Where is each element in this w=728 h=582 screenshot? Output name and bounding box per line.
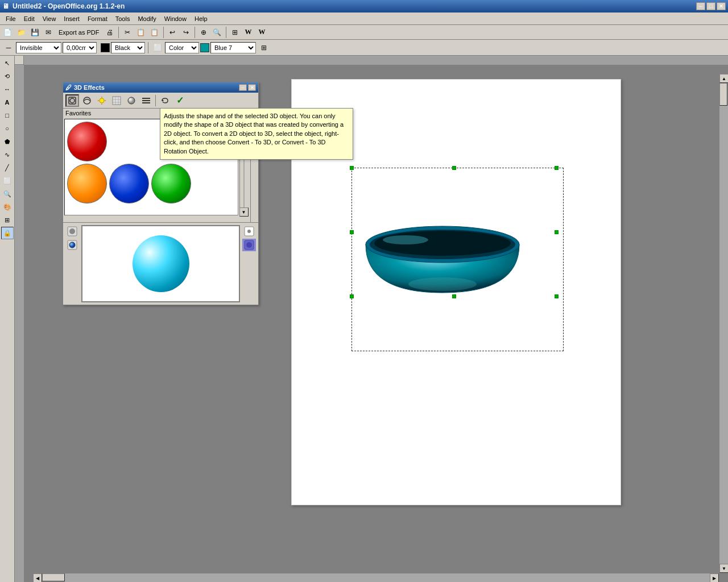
- vscroll-track[interactable]: [719, 83, 728, 564]
- line-width-select[interactable]: 0,00cm: [63, 42, 97, 53]
- scroll-down-button[interactable]: ▼: [239, 207, 249, 217]
- preview-btn1[interactable]: [65, 225, 79, 238]
- hscroll-thumb[interactable]: [42, 573, 65, 581]
- copy-button[interactable]: 📋: [135, 26, 147, 39]
- line-tool[interactable]: ╱: [1, 161, 14, 174]
- line-color-select[interactable]: Black: [111, 42, 145, 53]
- new-button[interactable]: 📄: [1, 26, 14, 39]
- handle-br[interactable]: [555, 294, 559, 298]
- svg-point-99: [69, 242, 75, 248]
- geometry-tab[interactable]: [65, 94, 79, 107]
- handle-tm[interactable]: [452, 166, 456, 170]
- app-icon: 🖥: [2, 2, 9, 10]
- vscroll-up-button[interactable]: ▲: [719, 74, 728, 83]
- 3d-effects-panel: 🖊 3D Effects ─ ✕: [63, 82, 259, 305]
- menu-modify[interactable]: Modify: [134, 14, 159, 23]
- handle-ml[interactable]: [350, 230, 354, 234]
- line-style-icon[interactable]: ─: [2, 41, 15, 54]
- menu-tools[interactable]: Tools: [112, 14, 134, 23]
- export-pdf-button[interactable]: Export as PDF: [56, 26, 102, 39]
- connector-tool[interactable]: ⬜: [1, 174, 14, 187]
- print-button[interactable]: 🖨: [104, 26, 116, 39]
- open-button[interactable]: 📁: [15, 26, 27, 39]
- redo-button[interactable]: ↪: [180, 26, 192, 39]
- table-tool[interactable]: ⊞: [1, 214, 14, 226]
- curve-tool[interactable]: ∿: [1, 148, 14, 161]
- ellipse-tool[interactable]: ○: [1, 122, 14, 135]
- zoom-in-button[interactable]: ⊕: [197, 26, 210, 39]
- menu-view[interactable]: View: [39, 14, 60, 23]
- green-sphere[interactable]: [151, 164, 191, 203]
- handle-bl[interactable]: [350, 294, 354, 298]
- menu-edit[interactable]: Edit: [20, 14, 38, 23]
- textures-tab[interactable]: [110, 94, 123, 107]
- drawing-canvas[interactable]: 🖊 3D Effects ─ ✕: [24, 65, 728, 582]
- blue-sphere[interactable]: [109, 164, 149, 203]
- email-button[interactable]: ✉: [42, 26, 55, 39]
- vertical-scrollbar[interactable]: ▲ ▼: [719, 74, 728, 573]
- handle-tr[interactable]: [555, 166, 559, 170]
- undo-button[interactable]: ↩: [166, 26, 179, 39]
- navigator-button[interactable]: ⊞: [229, 26, 241, 39]
- panel-title-text: 3D Effects: [74, 84, 105, 91]
- add-to-scene-button[interactable]: [242, 239, 256, 251]
- red-sphere[interactable]: [67, 122, 107, 161]
- hscroll-left-button[interactable]: ◀: [33, 573, 42, 582]
- close-button[interactable]: ✕: [717, 2, 726, 10]
- polygon-tool[interactable]: ⬟: [1, 135, 14, 148]
- cut-button[interactable]: ✂: [121, 26, 134, 39]
- hscroll-track[interactable]: [42, 573, 710, 582]
- eyedrop-tool[interactable]: 🎨: [1, 201, 14, 213]
- tb-sep3: [195, 27, 195, 38]
- zoom-select[interactable]: 🔍: [211, 26, 224, 39]
- stylist-button2[interactable]: W: [256, 26, 268, 39]
- fmt-sep1: [148, 42, 148, 53]
- illumination-tab[interactable]: [95, 94, 109, 107]
- text-tool[interactable]: A: [1, 96, 14, 109]
- maximize-button[interactable]: □: [706, 2, 715, 10]
- menu-help[interactable]: Help: [191, 14, 211, 23]
- handle-tl[interactable]: [350, 166, 354, 170]
- material-tab[interactable]: [125, 94, 138, 107]
- select-tool[interactable]: ↖: [1, 57, 14, 69]
- shading-tab[interactable]: [80, 94, 94, 107]
- menu-format[interactable]: Format: [84, 14, 111, 23]
- svg-point-79: [70, 98, 75, 103]
- rectangle-tool[interactable]: □: [1, 109, 14, 122]
- handle-mr[interactable]: [555, 230, 559, 234]
- svg-rect-92: [142, 98, 150, 99]
- vscroll-down-button[interactable]: ▼: [719, 564, 728, 573]
- horizontal-scrollbar[interactable]: ◀ ▶: [33, 573, 719, 582]
- effects-tool[interactable]: 🔒: [1, 227, 14, 239]
- save-button[interactable]: 💾: [28, 26, 41, 39]
- transform-tool[interactable]: ↔: [1, 83, 14, 95]
- fill-type-select[interactable]: Color: [165, 42, 199, 53]
- menu-window[interactable]: Window: [161, 14, 190, 23]
- paste-button[interactable]: 📋: [148, 26, 161, 39]
- menu-insert[interactable]: Insert: [60, 14, 83, 23]
- minimize-button[interactable]: ─: [696, 2, 705, 10]
- line-style-select[interactable]: Invisible: [16, 42, 61, 53]
- menu-file[interactable]: File: [2, 14, 19, 23]
- panel-close-button[interactable]: ✕: [248, 84, 256, 91]
- fill-icon[interactable]: ⬜: [151, 41, 164, 54]
- fill-options-button[interactable]: ⊞: [258, 41, 270, 54]
- vscroll-thumb[interactable]: [719, 83, 727, 106]
- zoom-tool[interactable]: 🔍: [1, 188, 14, 200]
- fill-color-select[interactable]: Blue 7: [210, 42, 256, 53]
- panel-minimize-button[interactable]: ─: [239, 84, 247, 91]
- orange-sphere[interactable]: [67, 164, 107, 203]
- options-tab[interactable]: [139, 94, 153, 107]
- hscroll-right-button[interactable]: ▶: [710, 573, 719, 582]
- apply-button[interactable]: ✓: [173, 94, 187, 107]
- panel-title-bar[interactable]: 🖊 3D Effects ─ ✕: [63, 82, 258, 93]
- rotate-tool[interactable]: ⟲: [1, 70, 14, 82]
- action-buttons: [242, 225, 256, 302]
- reset-button[interactable]: [158, 94, 172, 107]
- stylist-button1[interactable]: W: [242, 26, 255, 39]
- remove-from-scene-button[interactable]: [242, 225, 256, 238]
- 3d-bowl: [360, 171, 525, 313]
- panel-toolbar: ✓: [63, 93, 258, 109]
- preview-btn2[interactable]: [65, 239, 79, 251]
- title-text: Untitled2 - OpenOffice.org 1.1.2-en: [13, 2, 125, 10]
